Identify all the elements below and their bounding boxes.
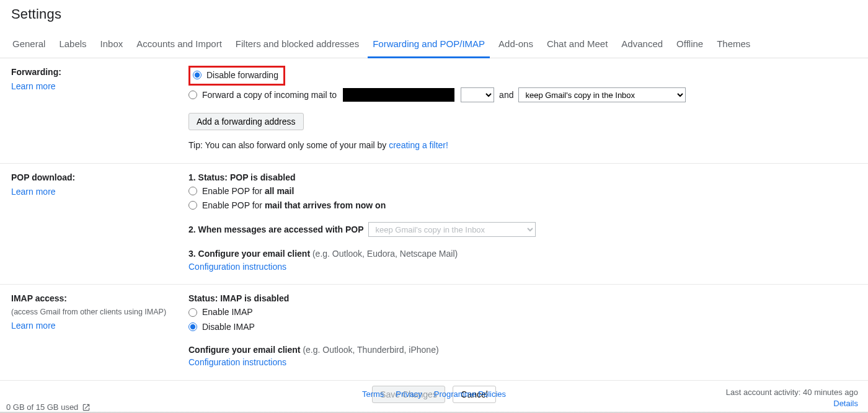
privacy-link[interactable]: Privacy: [396, 389, 422, 399]
imap-disable-label: Disable IMAP: [202, 321, 255, 333]
tab-accounts-and-import[interactable]: Accounts and Import: [135, 32, 223, 58]
forwarding-disable-label: Disable forwarding: [206, 69, 278, 81]
terms-link[interactable]: Terms: [362, 389, 384, 399]
pop-enable-from-now-label: Enable POP for mail that arrives from no…: [202, 199, 386, 211]
forwarding-label: Forwarding:: [11, 66, 182, 79]
pop-configure-label: 3. Configure your email client: [188, 249, 312, 259]
forward-address-redacted: [343, 88, 454, 102]
pop-when-accessed-label: 2. When messages are accessed with POP: [188, 223, 363, 236]
add-forwarding-address-button[interactable]: Add a forwarding address: [188, 113, 304, 130]
last-account-activity: Last account activity: 40 minutes ago: [726, 387, 858, 398]
tab-advanced[interactable]: Advanced: [620, 32, 664, 58]
storage-used: 0 GB of 15 GB used: [6, 402, 78, 412]
tab-labels[interactable]: Labels: [58, 32, 87, 58]
pop-configure-note: (e.g. Outlook, Eudora, Netscape Mail): [312, 249, 458, 259]
tip-prefix: Tip: You can also forward only some of y…: [188, 140, 389, 150]
tab-chat-and-meet[interactable]: Chat and Meet: [546, 32, 609, 58]
forwarding-section: Forwarding: Learn more Disable forwardin…: [0, 58, 868, 164]
pop-download-label: POP download:: [11, 171, 182, 184]
and-text: and: [499, 89, 513, 101]
imap-access-sub: (access Gmail from other clients using I…: [11, 306, 182, 318]
pop-enable-all-radio[interactable]: [188, 187, 197, 195]
forward-copy-prefix: Forward a copy of incoming mail to: [202, 89, 337, 101]
settings-tabs: General Labels Inbox Accounts and Import…: [0, 30, 868, 58]
imap-learn-more-link[interactable]: Learn more: [11, 321, 56, 331]
imap-access-label: IMAP access:: [11, 292, 182, 305]
pop-config-instructions-link[interactable]: Configuration instructions: [188, 262, 286, 272]
imap-enable-label: Enable IMAP: [202, 306, 253, 318]
imap-configure-label: Configure your email client: [188, 345, 303, 355]
tab-general[interactable]: General: [11, 32, 46, 58]
settings-content: Forwarding: Learn more Disable forwardin…: [0, 58, 868, 412]
imap-disable-radio[interactable]: [188, 322, 197, 331]
imap-config-instructions-link[interactable]: Configuration instructions: [188, 357, 286, 367]
imap-status: Status: IMAP is disabled: [188, 292, 289, 304]
disable-forwarding-highlight: Disable forwarding: [188, 66, 285, 86]
tab-inbox[interactable]: Inbox: [99, 32, 125, 58]
details-link[interactable]: Details: [833, 399, 858, 408]
open-in-new-icon[interactable]: [82, 403, 91, 412]
pop-enable-all-label: Enable POP for all mail: [202, 185, 294, 197]
tab-add-ons[interactable]: Add-ons: [497, 32, 534, 58]
footer: Terms · Privacy · Programme Policies Las…: [0, 382, 868, 413]
imap-access-section: IMAP access: (access Gmail from other cl…: [0, 285, 868, 380]
forwarding-forward-copy-radio[interactable]: [188, 91, 197, 99]
pop-learn-more-link[interactable]: Learn more: [11, 187, 56, 197]
forwarding-tip: Tip: You can also forward only some of y…: [188, 139, 857, 151]
forwarding-disable-radio[interactable]: [193, 71, 202, 79]
tab-forwarding-pop-imap[interactable]: Forwarding and POP/IMAP: [371, 32, 486, 58]
tab-filters-and-blocked-addresses[interactable]: Filters and blocked addresses: [234, 32, 360, 58]
pop-status: 1. Status: POP is disabled: [188, 171, 295, 184]
pop-action-select: keep Gmail's copy in the Inbox: [368, 222, 536, 237]
page-title: Settings: [0, 0, 868, 30]
pop-download-section: POP download: Learn more 1. Status: POP …: [0, 164, 868, 285]
imap-configure-note: (e.g. Outlook, Thunderbird, iPhone): [303, 345, 438, 355]
pop-enable-from-now-radio[interactable]: [188, 201, 197, 210]
programme-policies-link[interactable]: Programme Policies: [434, 389, 506, 399]
keep-copy-select[interactable]: keep Gmail's copy in the Inbox: [518, 87, 686, 102]
forward-address-select[interactable]: [461, 87, 494, 102]
forwarding-learn-more-link[interactable]: Learn more: [11, 81, 56, 91]
creating-a-filter-link[interactable]: creating a filter!: [389, 140, 448, 150]
tab-themes[interactable]: Themes: [715, 32, 751, 58]
imap-enable-radio[interactable]: [188, 308, 197, 317]
tab-offline[interactable]: Offline: [675, 32, 704, 58]
